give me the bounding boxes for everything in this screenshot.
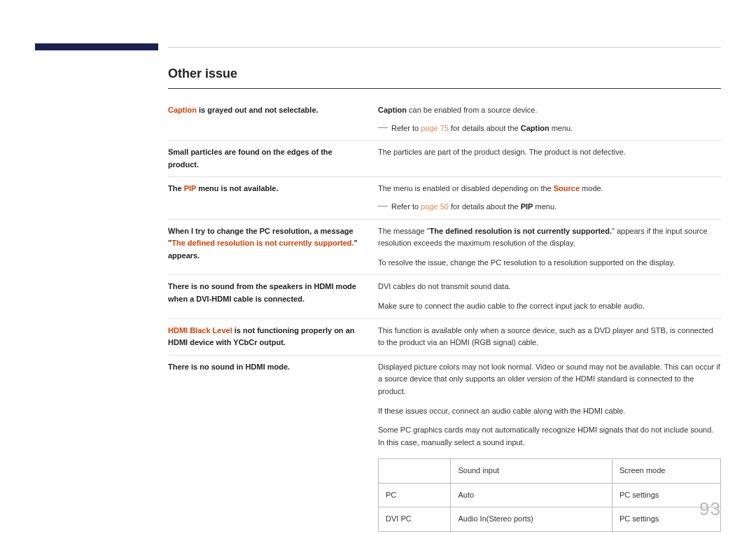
main-content: Other issue Caption is grayed out and no…: [168, 66, 721, 534]
table-cell: DVI PC: [379, 507, 451, 532]
note-dash-icon: [378, 127, 388, 128]
section-title: Other issue: [168, 66, 721, 81]
issue-description: This function is available only when a s…: [378, 325, 721, 349]
issue-row: There is no sound from the speakers in H…: [168, 275, 721, 318]
issue-description: The message "The defined resolution is n…: [378, 225, 721, 269]
issue-label: Small particles are found on the edges o…: [168, 146, 378, 171]
header-rule: [168, 47, 721, 48]
sound-input-table: Sound inputScreen modePCAutoPC settingsD…: [378, 458, 721, 532]
section-rule: [168, 88, 721, 89]
table-header-cell: Screen mode: [612, 459, 721, 484]
issue-row: There is no sound in HDMI mode.Displayed…: [168, 356, 721, 534]
reference-note: Refer to page 50 for details about the P…: [378, 201, 721, 213]
issue-label: The PIP menu is not available.: [168, 183, 378, 213]
table-cell: PC: [379, 483, 451, 507]
issue-label: Caption is grayed out and not selectable…: [168, 104, 378, 134]
issue-row: HDMI Black Level is not functioning prop…: [168, 319, 721, 356]
note-dash-icon: [378, 206, 388, 206]
issue-description: DVI cables do not transmit sound data.Ma…: [378, 281, 721, 312]
page-link[interactable]: page 75: [421, 124, 449, 132]
issue-row: Small particles are found on the edges o…: [168, 141, 721, 177]
table-row: DVI PCAudio In(Stereo ports)PC settings: [379, 507, 721, 532]
issue-row: The PIP menu is not available.The menu i…: [168, 177, 721, 219]
issue-description: The menu is enabled or disabled dependin…: [378, 183, 721, 213]
issue-row: When I try to change the PC resolution, …: [168, 220, 721, 276]
issue-label: There is no sound in HDMI mode.: [168, 361, 378, 532]
issue-row: Caption is grayed out and not selectable…: [168, 99, 721, 141]
table-header-cell: [379, 459, 451, 484]
table-header-cell: Sound input: [451, 459, 612, 484]
issue-label: There is no sound from the speakers in H…: [168, 281, 378, 312]
table-cell: Auto: [451, 483, 612, 507]
issue-description: Caption can be enabled from a source dev…: [378, 104, 721, 134]
issue-label: When I try to change the PC resolution, …: [168, 225, 378, 269]
page-tab-accent: [35, 43, 158, 50]
table-cell: Audio In(Stereo ports): [451, 507, 612, 532]
table-row: PCAutoPC settings: [379, 483, 721, 507]
issue-label: HDMI Black Level is not functioning prop…: [168, 325, 378, 349]
page-number: 93: [699, 498, 721, 520]
page-link[interactable]: page 50: [421, 202, 449, 211]
issue-description: Displayed picture colors may not look no…: [378, 361, 721, 532]
issue-description: The particles are part of the product de…: [378, 146, 721, 171]
reference-note: Refer to page 75 for details about the C…: [378, 122, 721, 135]
